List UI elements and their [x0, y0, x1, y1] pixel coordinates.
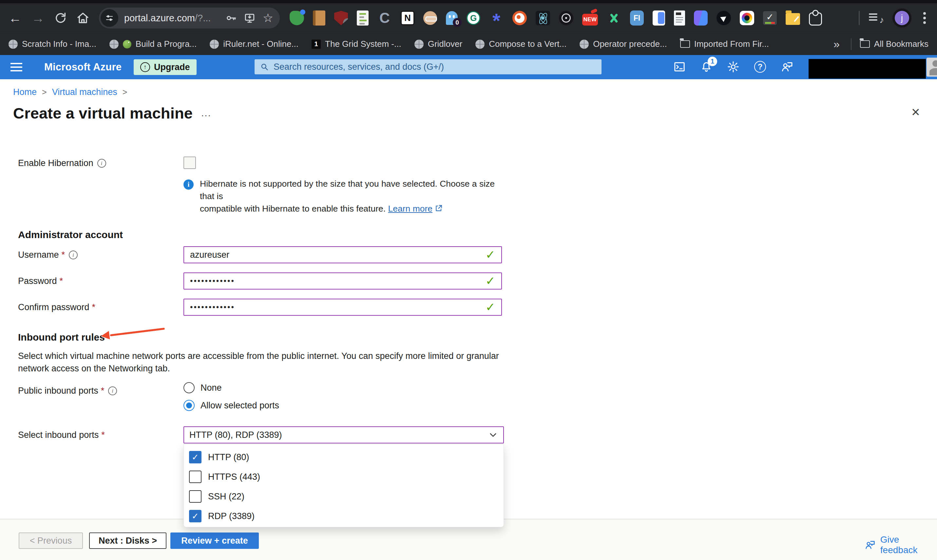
bookmark-item[interactable]: Gridlover: [415, 39, 462, 49]
forward-icon[interactable]: →: [31, 11, 45, 26]
search-icon: [260, 62, 269, 71]
previous-button[interactable]: < Previous: [18, 532, 83, 549]
title-more-menu[interactable]: ...: [201, 108, 211, 118]
password-label-row: Password *: [18, 276, 63, 286]
bookmark-item[interactable]: Scratch Info - Ima...: [9, 39, 96, 49]
new-badge-icon[interactable]: NEW: [582, 14, 598, 26]
inbound-ports-dropdown-panel: ✓HTTP (80)HTTPS (443)SSH (22)✓RDP (3389): [183, 444, 504, 527]
bookmarks-separator: [851, 38, 851, 50]
browser-menu-icon[interactable]: [923, 17, 926, 19]
port-option[interactable]: ✓RDP (3389): [184, 507, 504, 526]
upgrade-button[interactable]: ↑ Upgrade: [134, 59, 197, 75]
globe-favicon-icon: [210, 40, 219, 49]
give-feedback-link[interactable]: Give feedback: [864, 534, 937, 555]
radio-none[interactable]: None: [183, 382, 222, 393]
ublock-icon[interactable]: 2: [334, 11, 348, 25]
valid-check-icon: ✓: [485, 275, 495, 287]
password-input[interactable]: •••••••••••• ✓: [183, 272, 502, 289]
arrow-dark-icon[interactable]: [717, 11, 731, 25]
bookmark-item[interactable]: Compose to a Vert...: [475, 39, 566, 49]
account-avatar[interactable]: [926, 58, 937, 77]
camera-icon[interactable]: [740, 11, 754, 25]
sticky-folder-icon[interactable]: [786, 13, 800, 25]
clockify-icon[interactable]: C: [378, 11, 392, 25]
azure-nav-icons: 1 ?: [672, 60, 794, 74]
review-create-button[interactable]: Review + create: [170, 532, 259, 549]
font-identify-icon[interactable]: FI: [630, 11, 644, 26]
public-inbound-ports-label-row: Public inbound ports * i: [18, 386, 117, 396]
profile-avatar[interactable]: j: [892, 9, 911, 28]
info-icon[interactable]: i: [69, 251, 78, 259]
bookmarks-bar: Scratch Info - Ima...Build a Progra...iR…: [0, 33, 937, 55]
bookmark-item[interactable]: Build a Progra...: [109, 39, 197, 49]
select-inbound-ports-dropdown[interactable]: HTTP (80), RDP (3389): [183, 426, 504, 443]
info-icon[interactable]: i: [108, 386, 117, 395]
notion-icon[interactable]: N: [401, 11, 415, 25]
jumper-icon[interactable]: [607, 11, 621, 25]
todo-check-icon[interactable]: ✓: [763, 11, 777, 25]
send-to-device-icon[interactable]: [244, 12, 256, 24]
azure-search-input[interactable]: Search resources, services, and docs (G+…: [254, 59, 601, 74]
notifications-bell-icon[interactable]: 1: [699, 60, 714, 74]
address-bar[interactable]: portal.azure.com/?... ☆: [99, 8, 280, 29]
breadcrumb-virtual-machines[interactable]: Virtual machines: [52, 87, 117, 97]
camel-book-icon[interactable]: [313, 11, 325, 26]
port-option[interactable]: SSH (22): [184, 487, 504, 506]
bookmark-label: Operator precede...: [593, 39, 667, 49]
hibernation-checkbox[interactable]: [183, 157, 196, 169]
settings-gear-icon[interactable]: [726, 60, 740, 74]
media-controls-icon[interactable]: ♪: [868, 11, 884, 25]
phone-icon[interactable]: [653, 11, 665, 26]
inbound-description: Select which virtual machine network por…: [18, 350, 499, 375]
bookmark-item[interactable]: Imported From Fir...: [680, 39, 769, 49]
next-disks-button[interactable]: Next : Disks >: [89, 532, 166, 549]
radio-allow-selected-ports[interactable]: Allow selected ports: [183, 400, 279, 411]
port-option-label: RDP (3389): [208, 511, 254, 522]
cloud-shell-icon[interactable]: [672, 60, 687, 74]
doc-icon[interactable]: [674, 11, 685, 26]
confirm-password-input[interactable]: •••••••••••• ✓: [183, 298, 502, 316]
page-title: Create a virtual machine: [13, 104, 193, 122]
reload-icon[interactable]: [54, 11, 68, 25]
help-icon[interactable]: ?: [753, 60, 767, 74]
bookmark-item[interactable]: iRuler.net - Online...: [210, 39, 299, 49]
azure-brand[interactable]: Microsoft Azure: [44, 61, 122, 73]
notes-list-icon[interactable]: [357, 11, 368, 26]
ghostery-icon[interactable]: 0: [446, 11, 458, 25]
feedback-icon[interactable]: [780, 60, 794, 74]
port-option[interactable]: ✓HTTP (80): [184, 448, 504, 467]
all-bookmarks-button[interactable]: All Bookmarks: [860, 39, 928, 49]
evernote-icon[interactable]: [290, 11, 304, 25]
bookmark-item[interactable]: 1The Grid System -...: [311, 39, 401, 49]
password-key-icon[interactable]: [225, 12, 237, 24]
site-settings-icon[interactable]: [100, 9, 118, 27]
bookmarks-overflow-icon[interactable]: »: [831, 38, 842, 51]
info-icon[interactable]: i: [97, 159, 106, 168]
port-option-label: SSH (22): [208, 492, 244, 502]
react-icon[interactable]: [536, 11, 550, 25]
back-icon[interactable]: ←: [8, 11, 22, 26]
home-icon[interactable]: [76, 11, 90, 25]
grammarly-icon[interactable]: G: [467, 11, 480, 25]
hamburger-menu-icon[interactable]: [11, 66, 22, 68]
redacted-account-info: [809, 59, 926, 78]
confirm-password-label-row: Confirm password *: [18, 302, 96, 312]
puzzle-icon[interactable]: [809, 12, 822, 26]
bookmark-label: iRuler.net - Online...: [223, 39, 299, 49]
bookmark-star-icon[interactable]: ☆: [262, 12, 274, 24]
username-input[interactable]: azureuser ✓: [183, 246, 502, 263]
rings-icon[interactable]: [559, 11, 573, 25]
breadcrumb-home[interactable]: Home: [13, 87, 37, 97]
port-option[interactable]: HTTPS (443): [184, 467, 504, 486]
globe-favicon-icon: [415, 40, 424, 49]
close-icon[interactable]: ×: [911, 105, 920, 119]
ghostery-badge: 0: [453, 18, 462, 27]
duotone-icon[interactable]: [694, 11, 708, 26]
learn-more-link[interactable]: Learn more: [388, 204, 433, 214]
bookmark-item[interactable]: Operator precede...: [579, 39, 667, 49]
duckduckgo-icon[interactable]: [512, 11, 527, 25]
clockify-glyph: C: [379, 10, 390, 26]
url-text[interactable]: portal.azure.com/?...: [124, 13, 219, 23]
asterisk-icon[interactable]: *: [489, 11, 504, 25]
persona-icon[interactable]: [423, 11, 437, 25]
